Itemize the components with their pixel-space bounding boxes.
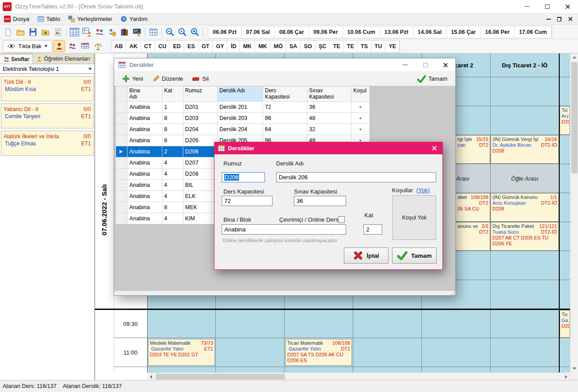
date-tab[interactable]: 10.06 Cum: [343, 26, 380, 38]
tikla-bak-button[interactable]: Tıkla Bak: [3, 40, 52, 53]
minimize-button[interactable]: [516, 0, 537, 13]
row-selector[interactable]: [116, 202, 128, 213]
date-tab[interactable]: 08.06 Çar: [275, 26, 309, 38]
date-tab[interactable]: 06.06 Pzt: [208, 26, 242, 38]
rooms-tamam-button[interactable]: Tamam: [413, 73, 451, 85]
letter-tab[interactable]: ED: [170, 41, 184, 52]
close-button[interactable]: [557, 0, 578, 13]
open-folder-icon[interactable]: [14, 26, 27, 38]
date-tab[interactable]: 13.06 Pzt: [380, 26, 413, 38]
letter-tab[interactable]: TU: [372, 41, 386, 52]
resize-grip-icon[interactable]: [450, 291, 455, 295]
col-kat[interactable]: Kat: [162, 87, 183, 102]
letter-tab[interactable]: TE: [330, 41, 344, 52]
scroll-right-icon[interactable]: [562, 373, 570, 380]
letter-tab[interactable]: AK: [126, 41, 141, 52]
room-row[interactable]: Anabina 8 D204 Derslik 204 64 32 ●: [116, 124, 370, 135]
col-sinav-kapasitesi[interactable]: Sınav Kapasitesi: [307, 87, 351, 102]
row-selector[interactable]: [116, 191, 128, 202]
row-selector[interactable]: [116, 169, 128, 180]
zoom-out-icon[interactable]: [164, 26, 176, 38]
exam-cell-edge[interactable]: Tic Arz D20: [560, 106, 570, 135]
mdi-close-icon[interactable]: [568, 17, 573, 21]
row-selector[interactable]: [116, 213, 128, 224]
yeni-button[interactable]: Yeni: [119, 73, 147, 85]
letter-tab[interactable]: MK: [240, 41, 255, 52]
vertical-scroll-thumb[interactable]: [571, 62, 578, 173]
date-tab[interactable]: 09.06 Per: [309, 26, 343, 38]
letter-tab[interactable]: SA: [286, 41, 301, 52]
dialog-maximize-button[interactable]: [415, 58, 435, 71]
date-tab[interactable]: 14.06 Sal: [413, 26, 447, 38]
col-rumuz[interactable]: Rumuz: [183, 87, 218, 102]
col-derslik-adi[interactable]: Derslik Adı: [218, 87, 263, 102]
kat-input[interactable]: 2: [363, 224, 382, 235]
date-tab[interactable]: 17.06 Cum: [515, 26, 552, 38]
class-selector-dropdown[interactable]: Elektronik Teknolojisi 1: [0, 64, 95, 74]
letter-tab[interactable]: GY: [213, 41, 227, 52]
menu-tablo[interactable]: Tablo: [33, 13, 64, 25]
exam-cell-mesleki-matematik[interactable]: Mesleki Matematik73/73 Gazanfer YalınET1…: [148, 339, 215, 366]
row-selector[interactable]: [116, 102, 128, 113]
letter-tab[interactable]: SO: [301, 41, 315, 52]
maximize-button[interactable]: [537, 0, 557, 13]
exam-cell-ticarette-paket[interactable]: Dış Ticarette Paket121/121 Tuana SucuDT2…: [491, 222, 559, 251]
col-bina-adi[interactable]: Bina Adı: [128, 87, 162, 102]
scroll-up-icon[interactable]: [570, 54, 578, 61]
scroll-left-icon[interactable]: [147, 373, 155, 380]
letter-tab[interactable]: ŞC: [315, 41, 330, 52]
dialog-minimize-button[interactable]: [395, 58, 415, 71]
col-kosul[interactable]: Koşul: [351, 87, 370, 102]
import-folder-icon[interactable]: [39, 26, 52, 38]
letter-tab[interactable]: AB: [111, 41, 126, 52]
course-item[interactable]: Atatürk İlkeleri ve İnkıla0/0 Tuğçe Elma…: [1, 131, 94, 156]
menu-yerlestirmeler[interactable]: Yerleştirmeler: [64, 13, 116, 25]
date-tab[interactable]: 07.06 Sal: [242, 26, 275, 38]
sil-button[interactable]: Sil: [189, 73, 212, 85]
row-selector[interactable]: [116, 146, 128, 157]
room-row[interactable]: Anabina 8 D203 Derslik 203 96 48 ●: [116, 113, 370, 124]
report-icon[interactable]: [52, 26, 64, 38]
col-ders-kapasitesi[interactable]: Ders Kapasitesi: [263, 87, 307, 102]
date-tab[interactable]: 15.06 Çar: [446, 26, 481, 38]
rooms-dialog-titlebar[interactable]: Derslikler: [114, 58, 455, 72]
horizontal-scroll-thumb[interactable]: [156, 374, 285, 380]
vertical-scrollbar[interactable]: [570, 54, 578, 380]
new-file-icon[interactable]: [2, 26, 14, 38]
iptal-button[interactable]: İptal: [344, 248, 388, 264]
view-teacher-pair-button[interactable]: [66, 40, 78, 52]
books-icon[interactable]: [118, 26, 131, 38]
small-table-icon[interactable]: [147, 26, 160, 38]
row-selector[interactable]: [116, 180, 128, 191]
zoom-in-icon[interactable]: [189, 26, 201, 38]
letter-tab[interactable]: CU: [155, 41, 170, 52]
zoom-reset-icon[interactable]: [176, 26, 189, 38]
view-class-board-button[interactable]: [79, 40, 91, 52]
edit-dialog-titlebar[interactable]: Derslikler: [215, 142, 442, 154]
letter-tab[interactable]: MÖ: [271, 41, 286, 52]
exam-cell-gumruk-vergi[interactable]: (İN) Gümrük Vergi İşl16/16 Dr. Aybüke Bi…: [491, 135, 559, 164]
exam-board-icon[interactable]: [131, 26, 143, 38]
rumuz-input[interactable]: D206: [222, 172, 265, 182]
letter-tab[interactable]: İD: [227, 41, 240, 52]
save-icon[interactable]: [27, 26, 39, 38]
people-icon[interactable]: [93, 26, 106, 38]
letter-tab[interactable]: CT: [141, 41, 155, 52]
letter-tab[interactable]: ES: [184, 41, 198, 52]
letter-tab[interactable]: YE: [385, 41, 400, 52]
date-tab[interactable]: 16.06 Per: [481, 26, 515, 38]
mdi-restore-icon[interactable]: [557, 17, 561, 21]
ders-kapasitesi-input[interactable]: 72: [222, 196, 272, 206]
exam-cell-gumruk-kanunu[interactable]: (İN) Gümrük Kanunu1/1 Arzu KonuşkanDT2-İ…: [491, 193, 559, 222]
tab-siniflar[interactable]: Sınıflar: [0, 54, 33, 64]
mdi-minimize-icon[interactable]: [546, 19, 551, 20]
menu-yardim[interactable]: ? Yardım: [116, 13, 152, 25]
course-item[interactable]: Türk Dili - II0/0 Müslüm KısaET1: [1, 76, 94, 101]
letter-tab[interactable]: MK: [255, 41, 270, 52]
derslik-adi-input[interactable]: Derslik 206: [276, 172, 436, 182]
menu-dosya[interactable]: OTT Dosya: [0, 13, 33, 25]
row-selector[interactable]: [116, 135, 128, 146]
view-teacher-single-button[interactable]: [53, 40, 65, 52]
view-scales-button[interactable]: [92, 40, 104, 52]
online-derslik-checkbox[interactable]: [338, 216, 345, 223]
